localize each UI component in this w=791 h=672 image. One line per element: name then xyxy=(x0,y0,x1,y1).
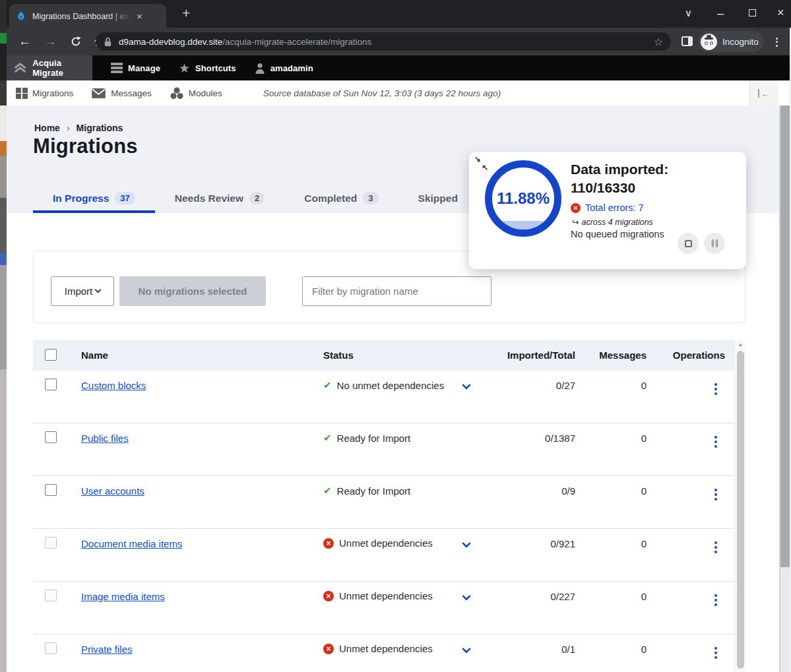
import-progress-card: ↘ ↖ 11.88% Data imported: 110/16330 × To… xyxy=(469,152,746,269)
error-icon: × xyxy=(323,538,334,549)
messages-nav-item[interactable]: Messages xyxy=(92,88,152,98)
check-icon: ✔ xyxy=(323,432,332,444)
bookmark-star-icon[interactable]: ☆ xyxy=(654,36,663,48)
tab-needs-review[interactable]: Needs Review 2 xyxy=(155,183,284,213)
across-migrations-note: ↪across 4 migrations xyxy=(572,217,653,227)
import-dropdown-button[interactable]: Import xyxy=(51,276,114,306)
incognito-icon xyxy=(701,34,717,50)
operations-menu-icon[interactable] xyxy=(714,592,717,608)
operations-menu-icon[interactable] xyxy=(714,645,717,661)
col-name: Name xyxy=(81,350,108,361)
page-scrollbar-thumb[interactable] xyxy=(780,106,790,567)
scroll-up-icon[interactable]: ▲ xyxy=(735,342,746,348)
breadcrumb-separator: › xyxy=(67,123,70,133)
acquia-migrate-brand[interactable]: Acquia Migrate xyxy=(7,55,92,80)
operations-menu-icon[interactable] xyxy=(714,434,717,450)
pause-button[interactable] xyxy=(704,233,725,254)
total-errors-link[interactable]: Total errors: 7 xyxy=(585,202,644,213)
row-checkbox[interactable] xyxy=(45,537,57,549)
queue-status-note: No queued migrations xyxy=(571,229,664,239)
migration-link[interactable]: Public files xyxy=(81,433,129,444)
resize-corner-icon-2[interactable]: ↖ xyxy=(482,163,488,172)
lock-icon xyxy=(104,37,112,47)
progress-percent: 11.88% xyxy=(497,189,550,208)
drupal-favicon xyxy=(16,11,26,21)
secondary-toolbar: Migrations Messages Modules Source datab… xyxy=(7,80,791,106)
forward-icon[interactable]: → xyxy=(44,34,57,49)
browser-window: Migrations Dashboard | example × + ∨ – ×… xyxy=(0,0,791,672)
modules-icon xyxy=(170,87,183,100)
operations-menu-icon[interactable] xyxy=(714,381,717,397)
migration-link[interactable]: Document media items xyxy=(81,538,182,549)
row-checkbox[interactable] xyxy=(45,431,57,443)
tab-in-progress[interactable]: In Progress 37 xyxy=(33,183,155,213)
row-checkbox[interactable] xyxy=(45,379,57,390)
error-icon: × xyxy=(323,591,334,601)
minimize-icon[interactable]: – xyxy=(717,7,724,20)
double-chevron-up-icon xyxy=(13,62,27,74)
admin-toolbar: Acquia Migrate Manage ★ Shortcuts amadam… xyxy=(7,55,791,80)
col-operations: Operations xyxy=(626,350,725,361)
messages-count: 0 xyxy=(548,591,647,602)
maximize-icon[interactable] xyxy=(749,9,756,16)
table-row: Public files ✔×Ready for Import 0/1387 0 xyxy=(33,423,734,476)
table-header-row: Name Status Imported/Total Messages Oper… xyxy=(33,340,734,371)
browser-titlebar: Migrations Dashboard | example × + ∨ – × xyxy=(7,0,791,28)
reload-icon[interactable] xyxy=(70,36,82,47)
chevron-down-icon xyxy=(95,287,102,293)
tab-count-badge: 3 xyxy=(363,192,378,204)
migration-link[interactable]: User accounts xyxy=(81,485,144,497)
pause-icon xyxy=(711,239,718,247)
tab-close-icon[interactable]: × xyxy=(137,11,142,22)
desktop-edge-strip xyxy=(0,0,7,672)
manage-menu-item[interactable]: Manage xyxy=(111,61,160,75)
table-row: Custom blocks ✔×No unmet dependencies 0/… xyxy=(33,371,734,423)
tab-search-icon[interactable]: ∨ xyxy=(685,7,692,19)
new-tab-icon[interactable]: + xyxy=(182,5,190,21)
toolbar-collapse-button[interactable]: ← xyxy=(749,80,778,106)
migration-filter-input[interactable] xyxy=(302,276,491,306)
modules-nav-item[interactable]: Modules xyxy=(170,87,222,100)
row-checkbox[interactable] xyxy=(45,484,57,496)
table-row: Image media items ✔×Unmet dependencies 0… xyxy=(33,582,734,634)
browser-menu-icon[interactable] xyxy=(776,36,778,48)
messages-count: 0 xyxy=(548,485,647,497)
row-checkbox[interactable] xyxy=(45,642,57,654)
check-icon: ✔ xyxy=(323,485,332,497)
envelope-icon xyxy=(92,88,106,98)
back-icon[interactable]: ← xyxy=(18,34,31,49)
browser-tab[interactable]: Migrations Dashboard | example × xyxy=(9,4,166,28)
migration-link[interactable]: Custom blocks xyxy=(81,380,146,391)
grid-icon xyxy=(16,88,27,99)
incognito-label: Incognito xyxy=(722,37,759,47)
side-panel-icon[interactable] xyxy=(681,36,693,46)
table-scrollbar-thumb[interactable] xyxy=(737,351,744,669)
url-path: /acquia-migrate-accelerate/migrations xyxy=(222,37,371,47)
stop-button[interactable] xyxy=(678,233,699,254)
operations-menu-icon[interactable] xyxy=(714,487,717,503)
row-checkbox[interactable] xyxy=(45,590,57,601)
data-imported-count: 110/16330 xyxy=(571,180,635,196)
table-row: User accounts ✔×Ready for Import 0/9 0 xyxy=(33,476,734,529)
migration-link[interactable]: Image media items xyxy=(81,591,165,602)
table-row: Private files ✔×Unmet dependencies 0/1 0 xyxy=(33,634,734,672)
address-bar[interactable]: d9ama-ddevblog.ddev.site/acquia-migrate-… xyxy=(96,32,671,51)
migrations-nav-item[interactable]: Migrations xyxy=(16,88,73,99)
migration-link[interactable]: Private files xyxy=(81,644,133,655)
table-scrollbar[interactable]: ▲ xyxy=(734,340,745,672)
resize-corner-icon[interactable]: ↘ xyxy=(474,154,481,164)
tab-skipped[interactable]: Skipped xyxy=(398,183,478,213)
messages-count: 0 xyxy=(548,433,647,444)
page-title: Migrations xyxy=(33,135,138,158)
select-all-checkbox[interactable] xyxy=(45,349,57,361)
user-menu-item[interactable]: amadamin xyxy=(255,63,313,74)
tab-completed[interactable]: Completed 3 xyxy=(284,183,398,213)
migrations-table: Name Status Imported/Total Messages Oper… xyxy=(33,340,745,672)
breadcrumb-home-link[interactable]: Home xyxy=(34,123,60,133)
shortcuts-menu-item[interactable]: ★ Shortcuts xyxy=(179,61,236,76)
collapse-left-icon: ← xyxy=(761,88,771,99)
hook-arrow-icon: ↪ xyxy=(572,218,579,227)
operations-menu-icon[interactable] xyxy=(714,539,717,555)
tab-count-badge: 37 xyxy=(115,192,135,204)
close-window-icon[interactable]: × xyxy=(777,6,784,20)
